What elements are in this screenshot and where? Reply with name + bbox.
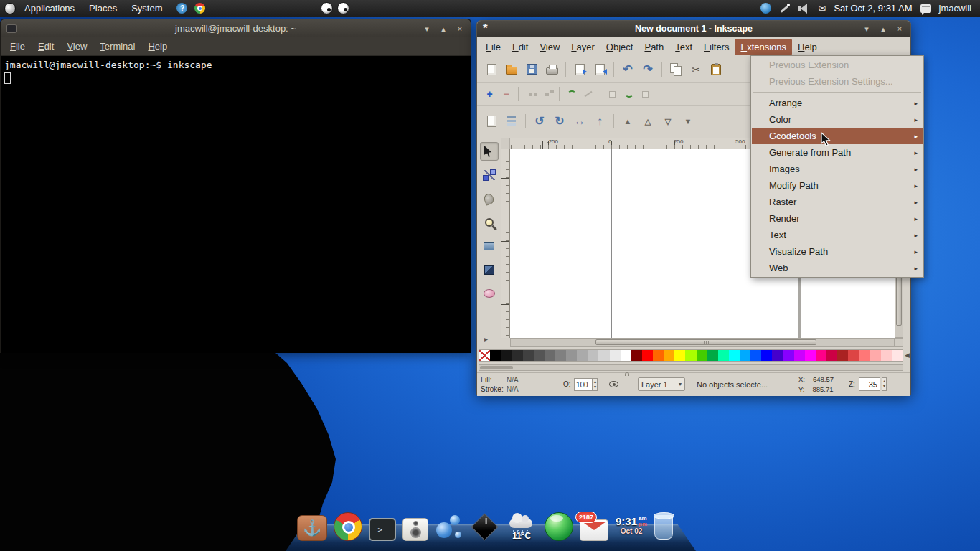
menu-text[interactable]: Text — [669, 39, 698, 55]
palette-swatch[interactable] — [794, 350, 805, 361]
inkscape-dock-icon[interactable] — [470, 512, 499, 541]
layer-visibility-icon[interactable] — [609, 381, 618, 387]
eyes-applet[interactable] — [321, 2, 349, 14]
menu-item-images[interactable]: Images▸ — [752, 161, 923, 177]
cut-icon[interactable]: ✂ — [687, 60, 705, 79]
desktop[interactable]: Applications Places System ? ✉ Sat Oct 2… — [0, 0, 980, 551]
palette-swatch[interactable] — [534, 350, 545, 361]
menu-item-visualize-path[interactable]: Visualize Path▸ — [752, 243, 923, 260]
redo-icon[interactable]: ↷ — [639, 60, 657, 79]
rectangle-tool[interactable] — [480, 237, 499, 255]
menu-item-color[interactable]: Color▸ — [752, 111, 923, 128]
rotate-cw-icon[interactable]: ↻ — [550, 112, 569, 131]
raise-to-top-icon[interactable]: ▲ — [618, 112, 637, 131]
open-document-icon[interactable] — [502, 60, 521, 79]
green-sphere-icon[interactable] — [545, 512, 573, 541]
zoom-input[interactable]: 35 — [859, 377, 880, 391]
menu-layer[interactable]: Layer — [565, 39, 600, 55]
selector-tool[interactable] — [480, 142, 499, 161]
break-nodes-icon[interactable] — [540, 87, 555, 102]
palette-swatch[interactable] — [718, 350, 729, 361]
clock-applet[interactable]: 9:31 am pm Oct 02 — [615, 512, 648, 541]
palette-swatch[interactable] — [631, 350, 642, 361]
weather-applet[interactable]: 11°C — [505, 512, 538, 541]
flip-horizontal-icon[interactable]: ↔ — [570, 112, 589, 131]
minimize-button[interactable]: ▾ — [422, 24, 432, 34]
segment-to-line-icon[interactable] — [580, 87, 595, 102]
palette-swatch[interactable] — [761, 350, 772, 361]
palette-swatch[interactable] — [729, 350, 740, 361]
palette-swatch[interactable] — [523, 350, 534, 361]
palette-swatch[interactable] — [740, 350, 750, 361]
copy-icon[interactable] — [666, 60, 685, 79]
opacity-input[interactable]: 100 — [574, 378, 593, 391]
chat-icon[interactable] — [920, 4, 931, 13]
print-icon[interactable] — [542, 60, 561, 79]
panel-menu-applications[interactable]: Applications — [19, 1, 80, 16]
menu-file[interactable]: File — [480, 39, 507, 55]
chrome-dock-icon[interactable] — [334, 512, 362, 541]
undo-icon[interactable]: ↶ — [618, 60, 637, 79]
magic-wand-icon[interactable] — [779, 3, 791, 14]
water-glass-icon[interactable] — [654, 515, 673, 540]
stroke-value[interactable]: N/A — [507, 385, 519, 393]
palette-swatch[interactable] — [674, 350, 685, 361]
palette-swatch[interactable] — [588, 350, 598, 361]
ubuntuone-tray-icon[interactable] — [760, 3, 771, 14]
palette-swatch[interactable] — [501, 350, 512, 361]
palette-swatch[interactable] — [750, 350, 761, 361]
docky-anchor-icon[interactable]: ⚓ — [297, 515, 327, 541]
maximize-button[interactable]: ▴ — [438, 24, 448, 34]
palette-scroll-left-icon[interactable]: ◀ — [905, 352, 910, 359]
terminal-dock-icon[interactable]: >_ — [369, 518, 396, 541]
inkscape-titlebar[interactable]: * New document 1 - Inkscape ▾ ▴ × — [477, 21, 910, 37]
document-icon[interactable] — [482, 112, 501, 131]
sound-preferences-icon[interactable] — [402, 518, 428, 541]
lower-icon[interactable]: ▽ — [659, 112, 677, 131]
horizontal-scrollbar[interactable] — [510, 338, 895, 347]
palette-swatch[interactable] — [610, 350, 621, 361]
layers-icon[interactable] — [502, 112, 521, 131]
menu-edit[interactable]: Edit — [507, 39, 534, 55]
terminal-menu-help[interactable]: Help — [141, 39, 174, 54]
minimize-button[interactable]: ▾ — [862, 24, 872, 34]
import-icon[interactable] — [570, 60, 589, 79]
raise-icon[interactable]: △ — [639, 112, 657, 131]
distro-logo-icon[interactable] — [4, 3, 16, 14]
menu-item-render[interactable]: Render▸ — [752, 210, 923, 227]
insert-node-icon[interactable]: + — [482, 87, 497, 102]
user-menu[interactable]: jmacwill — [939, 3, 972, 14]
opacity-spinner[interactable]: ▴▾ — [593, 378, 598, 391]
ellipse-tool[interactable] — [480, 284, 499, 303]
palette-swatch[interactable] — [892, 350, 903, 361]
menu-item-modify-path[interactable]: Modify Path▸ — [752, 177, 923, 194]
delete-node-icon[interactable]: − — [499, 87, 514, 102]
paste-icon[interactable] — [707, 60, 725, 79]
layer-selector[interactable]: Layer 1 ▾ — [638, 377, 685, 391]
toolbox-expander-icon[interactable]: ▸ — [484, 335, 488, 343]
palette-swatch[interactable] — [870, 350, 881, 361]
palette-swatch[interactable] — [566, 350, 577, 361]
horizontal-scrollbar-thumb[interactable] — [595, 339, 816, 345]
terminal-menu-terminal[interactable]: Terminal — [93, 39, 141, 54]
volume-icon[interactable] — [798, 4, 810, 14]
menu-item-raster[interactable]: Raster▸ — [752, 194, 923, 210]
palette-swatch[interactable] — [772, 350, 783, 361]
palette-swatch[interactable] — [826, 350, 837, 361]
palette-swatch[interactable] — [859, 350, 870, 361]
palette-swatch[interactable] — [642, 350, 653, 361]
palette-swatch[interactable] — [805, 350, 816, 361]
tweak-tool[interactable] — [480, 189, 499, 208]
palette-swatch[interactable] — [816, 350, 826, 361]
palette-scrollbar[interactable] — [479, 364, 903, 371]
menu-item-gcodetools[interactable]: Gcodetools▸ — [752, 128, 923, 144]
menu-help[interactable]: Help — [792, 39, 823, 55]
palette-swatch[interactable] — [783, 350, 794, 361]
palette-scrollbar-thumb[interactable] — [480, 366, 513, 369]
segment-to-curve-icon[interactable] — [564, 87, 579, 102]
bubbles-app-icon[interactable] — [435, 514, 463, 541]
panel-menu-system[interactable]: System — [126, 1, 168, 16]
palette-swatch[interactable] — [577, 350, 588, 361]
menu-filters[interactable]: Filters — [698, 39, 735, 55]
palette-swatch[interactable] — [664, 350, 674, 361]
